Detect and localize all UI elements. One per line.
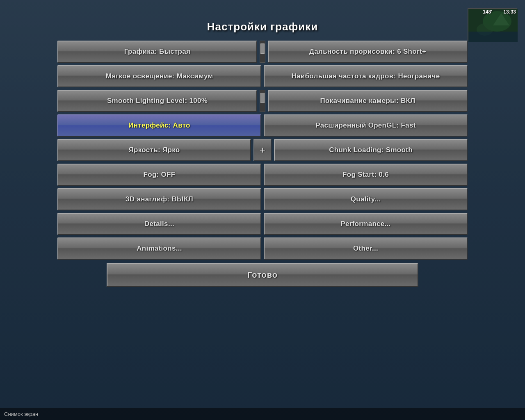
details-button[interactable]: Details... xyxy=(57,213,261,235)
render-distance-scrollbar[interactable] xyxy=(260,41,265,63)
max-fps-button[interactable]: Наибольшая частота кадров: Неограниче xyxy=(264,65,468,87)
interface-button[interactable]: Интерфейс: Авто xyxy=(57,114,261,137)
status-text: Снимок экран xyxy=(4,411,38,417)
dialog-title: Настройки графики xyxy=(57,21,468,33)
scrollbar-thumb xyxy=(260,43,265,54)
scrollbar-thumb-2 xyxy=(260,93,265,103)
brightness-button[interactable]: Яркость: Ярко xyxy=(57,139,251,161)
plus-button[interactable]: + xyxy=(253,139,272,161)
status-bar: Снимок экран xyxy=(0,408,525,420)
advanced-opengl-button[interactable]: Расширенный OpenGL: Fast xyxy=(264,114,468,137)
render-distance-button[interactable]: Дальность прорисовки: 6 Short+ xyxy=(268,41,468,63)
fog-start-button[interactable]: Fog Start: 0.6 xyxy=(264,164,468,186)
minimap-distance: 148' xyxy=(483,9,492,15)
soft-lighting-button[interactable]: Мягкое освещение: Максимум xyxy=(57,65,261,87)
quality-button[interactable]: Quality... xyxy=(264,188,468,210)
anaglyph-button[interactable]: 3D анаглиф: ВЫКЛ xyxy=(57,188,261,210)
left-scrollbar[interactable] xyxy=(260,90,265,112)
animations-button[interactable]: Animations... xyxy=(57,237,261,260)
fog-button[interactable]: Fog: OFF xyxy=(57,164,261,186)
chunk-loading-button[interactable]: Chunk Loading: Smooth xyxy=(274,139,468,161)
smooth-lighting-level-button[interactable]: Smooth Lighting Level: 100% xyxy=(57,90,257,112)
other-button[interactable]: Other... xyxy=(264,237,468,260)
camera-sway-button[interactable]: Покачивание камеры: ВКЛ xyxy=(268,90,468,112)
done-button[interactable]: Готово xyxy=(107,263,418,287)
performance-button[interactable]: Performance... xyxy=(264,213,468,235)
settings-dialog: Настройки графики Графика: Быстрая Дальн… xyxy=(57,21,468,287)
graphics-button[interactable]: Графика: Быстрая xyxy=(57,41,257,63)
minimap-time: 13:33 xyxy=(503,9,516,15)
